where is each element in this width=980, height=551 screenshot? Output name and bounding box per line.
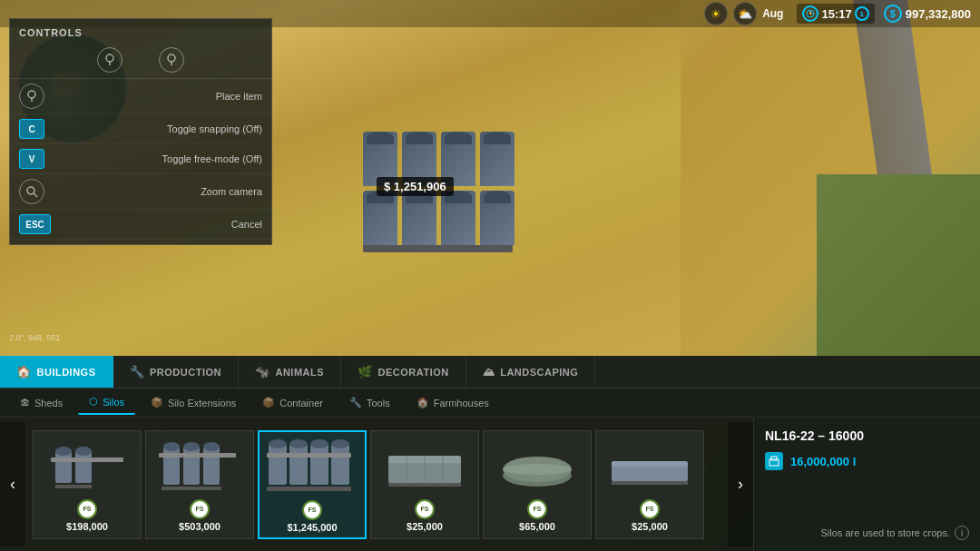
controls-row-c: C Toggle snapping (Off): [10, 114, 271, 144]
money-display: $ 997,332,800: [884, 5, 971, 23]
landscaping-icon: ⛰: [483, 365, 495, 379]
svg-line-10: [34, 193, 37, 197]
item-image-3: [267, 437, 358, 500]
svg-rect-21: [203, 447, 220, 485]
item-price-3: $1,245,000: [287, 522, 337, 533]
svg-rect-15: [55, 485, 92, 488]
info-help-icon[interactable]: i: [955, 526, 969, 540]
svg-rect-27: [289, 444, 308, 485]
info-desc-row: Silos are used to store crops. i: [765, 526, 969, 540]
tab-landscaping[interactable]: ⛰ LANDSCAPING: [466, 356, 596, 388]
svg-rect-37: [388, 483, 461, 487]
item-logo-4: FS: [415, 499, 435, 519]
tab-decoration[interactable]: 🌿 DECORATION: [341, 356, 466, 388]
svg-rect-24: [159, 453, 236, 458]
item-logo-3: FS: [302, 500, 322, 520]
toggle-snap-label: Toggle snapping (Off): [167, 123, 262, 134]
decoration-label: DECORATION: [378, 367, 449, 378]
item-card-6[interactable]: FS $25,000: [595, 430, 704, 539]
tab-buildings[interactable]: 🏠 BUILDINGS: [0, 356, 113, 388]
svg-point-14: [75, 447, 92, 456]
info-stat-capacity: 16,000,000 l: [765, 452, 969, 470]
svg-rect-11: [55, 451, 72, 483]
svg-rect-34: [267, 453, 351, 458]
speed-indicator[interactable]: 1: [855, 6, 869, 21]
svg-point-20: [183, 442, 200, 451]
tab-production[interactable]: 🔧 PRODUCTION: [113, 356, 239, 388]
info-panel: NL16-22 – 16000 16,000,000 l Silos are u…: [753, 418, 980, 551]
zoom-label: Zoom camera: [201, 186, 262, 197]
money-icon: $: [884, 5, 902, 23]
info-description: Silos are used to store crops.: [821, 526, 950, 540]
controls-title: CONTROLS: [10, 24, 271, 42]
content-area: ‹: [0, 418, 980, 551]
key-v[interactable]: V: [19, 149, 44, 169]
subtab-tools[interactable]: 🔧 Tools: [338, 391, 401, 415]
svg-point-43: [503, 464, 572, 475]
capacity-icon: [765, 452, 783, 470]
month-display: Aug: [762, 7, 783, 20]
svg-point-30: [310, 439, 328, 448]
item-price-6: $25,000: [632, 521, 668, 532]
sun-icon[interactable]: ☀: [704, 2, 728, 25]
subtab-sheds[interactable]: 🏚 Sheds: [9, 391, 74, 415]
subtab-farmhouses[interactable]: 🏠 Farmhouses: [406, 391, 500, 415]
controls-row-zoom: Zoom camera: [10, 174, 271, 210]
item-card-2[interactable]: FS $503,000: [145, 430, 254, 539]
sheds-label: Sheds: [34, 398, 63, 408]
controls-panel: CONTROLS Place item C Toggle snapping (O…: [9, 18, 272, 245]
key-esc[interactable]: ESC: [19, 214, 51, 234]
sub-tabs: 🏚 Sheds ⬡ Silos 📦 Silo Extensions 📦 Cont…: [0, 389, 980, 418]
item-price-4: $25,000: [407, 521, 443, 532]
carousel-prev[interactable]: ‹: [0, 422, 25, 546]
item-card-5[interactable]: FS $65,000: [483, 430, 592, 539]
svg-rect-31: [331, 444, 349, 485]
items-carousel: ‹: [0, 418, 753, 551]
buildings-label: BUILDINGS: [37, 367, 96, 378]
bottom-panel: 🏠 BUILDINGS 🔧 PRODUCTION 🐄 ANIMALS 🌿 DEC…: [0, 356, 980, 551]
item-image-2: [154, 436, 245, 499]
price-tag: $ 1,251,906: [377, 177, 454, 196]
svg-rect-46: [612, 481, 688, 485]
item-card-3[interactable]: FS $1,245,000: [258, 430, 367, 539]
cancel-label: Cancel: [231, 219, 262, 230]
silo-ext-label: Silo Extensions: [168, 398, 236, 408]
subtab-container[interactable]: 📦 Container: [251, 391, 334, 415]
svg-rect-23: [162, 487, 221, 490]
item-logo-6: FS: [640, 499, 660, 519]
key-c[interactable]: C: [19, 119, 44, 139]
svg-point-5: [168, 54, 175, 62]
subtab-silo-extensions[interactable]: 📦 Silo Extensions: [140, 391, 247, 415]
svg-rect-19: [183, 447, 200, 485]
carousel-next[interactable]: ›: [728, 422, 753, 546]
svg-point-12: [55, 447, 72, 456]
place-icon: [19, 84, 44, 109]
silos-label: Silos: [103, 397, 124, 408]
farmhouses-label: Farmhouses: [434, 398, 489, 408]
clock-icon: [802, 5, 818, 22]
place-icon-2: [159, 47, 184, 73]
place-icon-1: [97, 47, 122, 73]
item-card-4[interactable]: FS $25,000: [370, 430, 479, 539]
tab-animals[interactable]: 🐄 ANIMALS: [239, 356, 341, 388]
minimap-container: 2.0°, 948, 551: [9, 331, 60, 342]
item-card-1[interactable]: FS $198,000: [33, 430, 142, 539]
place-label: Place item: [216, 91, 262, 102]
subtab-silos[interactable]: ⬡ Silos: [78, 391, 135, 415]
item-image-1: [42, 436, 132, 499]
controls-row-esc: ESC Cancel: [10, 210, 271, 240]
items-list: FS $198,000: [25, 426, 728, 544]
item-logo-2: FS: [190, 499, 210, 519]
item-image-5: [492, 436, 583, 499]
controls-icons-row: [10, 42, 271, 79]
svg-rect-17: [163, 447, 180, 485]
production-label: PRODUCTION: [150, 367, 221, 378]
container-label: Container: [279, 398, 323, 408]
silo-ext-icon: 📦: [151, 397, 163, 408]
item-logo-1: FS: [77, 499, 97, 519]
svg-rect-44: [612, 465, 688, 481]
cloud-icon[interactable]: ⛅: [733, 2, 757, 25]
decoration-icon: 🌿: [358, 365, 373, 379]
capacity-value: 16,000,000 l: [790, 455, 856, 468]
time-value: 15:17: [821, 7, 851, 21]
